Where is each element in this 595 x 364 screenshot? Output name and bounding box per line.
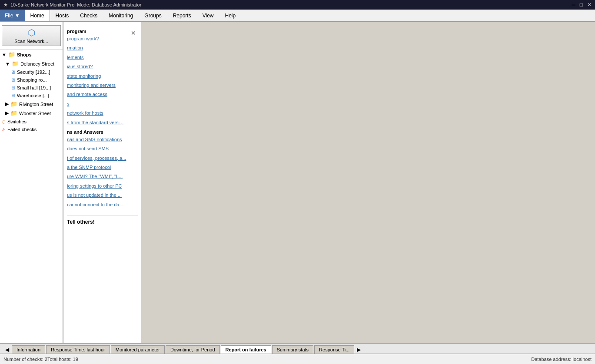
rp-qa-2[interactable]: does not send SMS (67, 146, 138, 152)
menu-groups[interactable]: Groups (139, 10, 167, 21)
sidebar-item-wooster[interactable]: ▶ 📁 Wooster Street (0, 109, 63, 118)
menu-reports[interactable]: Reports (167, 10, 197, 21)
sidebar-item-small-hall[interactable]: 🖥 Small hall [19...] (0, 84, 63, 92)
tab-monitored-param[interactable]: Monitored parameter (111, 345, 165, 354)
monitor-smallhall-icon: 🖥 (10, 85, 15, 90)
folder-delancey-icon: 📁 (12, 60, 19, 67)
rp-qa-3[interactable]: t of services, processes, a... (67, 155, 138, 162)
minimize-button[interactable]: ─ (572, 2, 575, 8)
sidebar-item-security[interactable]: 🖥 Security [192...] (0, 68, 63, 76)
sidebar-item-delancey[interactable]: ▼ 📁 Delancey Street (0, 59, 63, 68)
sidebar-item-switches[interactable]: ⬡ Switches (0, 118, 63, 126)
tab-summary-stats[interactable]: Summary stats (272, 345, 313, 354)
rp-qa-8[interactable]: cannot connect to the da... (67, 202, 138, 208)
menu-home[interactable]: Home (25, 10, 50, 21)
expand-icon: ▼ (2, 52, 7, 57)
sidebar-item-warehouse[interactable]: 🖥 Warehouse [...] (0, 92, 63, 99)
rp-link-4[interactable]: ia is stored? (67, 63, 138, 70)
right-panel-title: program (67, 29, 138, 34)
sidebar-label-security: Security [192...] (17, 69, 50, 75)
sidebar-item-shopping[interactable]: 🖥 Shopping ro... (0, 76, 63, 84)
sidebar-item-shops[interactable]: ▼ 📁 Shops (0, 50, 63, 59)
sidebar-label-warehouse: Warehouse [...] (17, 93, 49, 98)
sidebar-label-switches: Switches (7, 119, 27, 124)
sidebar-label-wooster: Wooster Street (19, 111, 51, 116)
rp-qa-7[interactable]: us is not updated in the ... (67, 192, 138, 199)
tell-others-title: Tell others! (67, 219, 138, 225)
rp-qa-4[interactable]: a the SNMP protocol (67, 164, 138, 171)
rp-qa-6[interactable]: ioring settings to other PC (67, 183, 138, 189)
folder-wooster-icon: 📁 (10, 110, 17, 116)
switch-icon: ⬡ (2, 119, 6, 124)
rp-link-1[interactable]: program work? (67, 36, 138, 42)
title-bar: ★ 10-Strike Network Monitor Pro Mode: Da… (0, 0, 595, 10)
sidebar: ⬡ Scan Network... ▼ 📁 Shops ▼ 📁 Delancey… (0, 22, 63, 343)
tab-report-failures[interactable]: Report on failures (221, 345, 271, 354)
title-bar-left: ★ 10-Strike Network Monitor Pro Mode: Da… (3, 2, 141, 8)
rp-link-3[interactable]: lements (67, 54, 138, 61)
tab-response-ti[interactable]: Response Ti... (314, 345, 354, 354)
bottom-tabs-bar: ◀ Information Response Time, last hour M… (0, 343, 595, 354)
scan-network-label: Scan Network... (14, 39, 48, 44)
status-checks: Number of checks: 2 (3, 357, 47, 362)
expand-icon-delancey: ▼ (5, 61, 10, 66)
rp-qa-title: ns and Answers (67, 129, 138, 135)
title-bar-controls: ─ □ ✕ (572, 2, 592, 8)
sidebar-label-small-hall: Small hall [19...] (17, 85, 51, 90)
monitor-shopping-icon: 🖥 (10, 77, 15, 83)
sidebar-label-shopping: Shopping ro... (17, 77, 47, 83)
right-side-panel: ✕ program program work? rmation lements … (63, 22, 141, 343)
folder-shops-icon: 📁 (8, 51, 15, 58)
status-bar: Number of checks: 2 Total hosts: 19 Data… (0, 354, 595, 364)
sidebar-label-shops: Shops (17, 52, 32, 57)
tabs-scroll-left[interactable]: ◀ (3, 346, 11, 354)
app-title: 10-Strike Network Monitor Pro (10, 2, 74, 7)
app-mode: Mode: Database Administrator (77, 2, 141, 7)
expand-icon-wooster: ▶ (5, 110, 9, 116)
rp-link-7[interactable]: and remote access (67, 91, 138, 98)
main-with-right: Monitoring Settings Wizard ✕ Step 1 of 3… (63, 22, 141, 343)
menu-view[interactable]: View (197, 10, 219, 21)
rp-qa-5[interactable]: ure WMI? The "WMI", "L... (67, 173, 138, 180)
sidebar-label-rivington: Rivington Street (19, 102, 53, 107)
monitor-warehouse-icon: 🖥 (10, 93, 15, 98)
rp-link-5[interactable]: state monitoring (67, 73, 138, 79)
failed-icon: ⚠ (2, 127, 6, 132)
menu-monitoring[interactable]: Monitoring (103, 10, 139, 21)
rp-link-6[interactable]: monitoring and servers (67, 82, 138, 89)
menu-file[interactable]: File ▼ (0, 10, 25, 21)
sidebar-item-rivington[interactable]: ▶ 📁 Rivington Street (0, 99, 63, 109)
status-hosts: Total hosts: 19 (47, 357, 78, 362)
tab-information[interactable]: Information (12, 345, 45, 354)
rp-link-2[interactable]: rmation (67, 45, 138, 51)
expand-icon-rivington: ▶ (5, 101, 9, 107)
menu-help[interactable]: Help (219, 10, 241, 21)
menu-bar: File ▼ Home Hosts Checks Monitoring Grou… (0, 10, 595, 22)
menu-hosts[interactable]: Hosts (50, 10, 75, 21)
sidebar-label-delancey: Delancey Street (20, 61, 54, 66)
tab-downtime[interactable]: Downtime, for Period (166, 345, 220, 354)
app-icon: ★ (3, 2, 8, 8)
rp-link-10[interactable]: s from the standard versi... (67, 119, 138, 126)
right-panel-header-area: ✕ program (67, 29, 138, 34)
scan-btn-area: ⬡ Scan Network... (0, 22, 63, 50)
scan-icon: ⬡ (28, 27, 35, 38)
tab-response-time[interactable]: Response Time, last hour (46, 345, 110, 354)
tell-others-section: Tell others! (67, 215, 138, 225)
right-panel-close-btn[interactable]: ✕ (129, 29, 138, 37)
status-db: Database address: localhost (531, 357, 592, 362)
scan-network-button[interactable]: ⬡ Scan Network... (2, 25, 61, 46)
maximize-button[interactable]: □ (580, 2, 583, 8)
rp-link-8[interactable]: s (67, 101, 138, 107)
rp-qa-1[interactable]: nail and SMS notifications (67, 136, 138, 143)
main-layout: ⬡ Scan Network... ▼ 📁 Shops ▼ 📁 Delancey… (0, 22, 595, 343)
monitor-security-icon: 🖥 (10, 69, 15, 75)
menu-checks[interactable]: Checks (74, 10, 103, 21)
sidebar-item-failed-checks[interactable]: ⚠ Failed checks (0, 126, 63, 133)
tabs-scroll-right[interactable]: ▶ (355, 346, 362, 354)
folder-rivington-icon: 📁 (10, 101, 17, 107)
sidebar-label-failed: Failed checks (7, 127, 37, 132)
close-button[interactable]: ✕ (587, 2, 592, 8)
rp-link-9[interactable]: network for hosts (67, 110, 138, 116)
